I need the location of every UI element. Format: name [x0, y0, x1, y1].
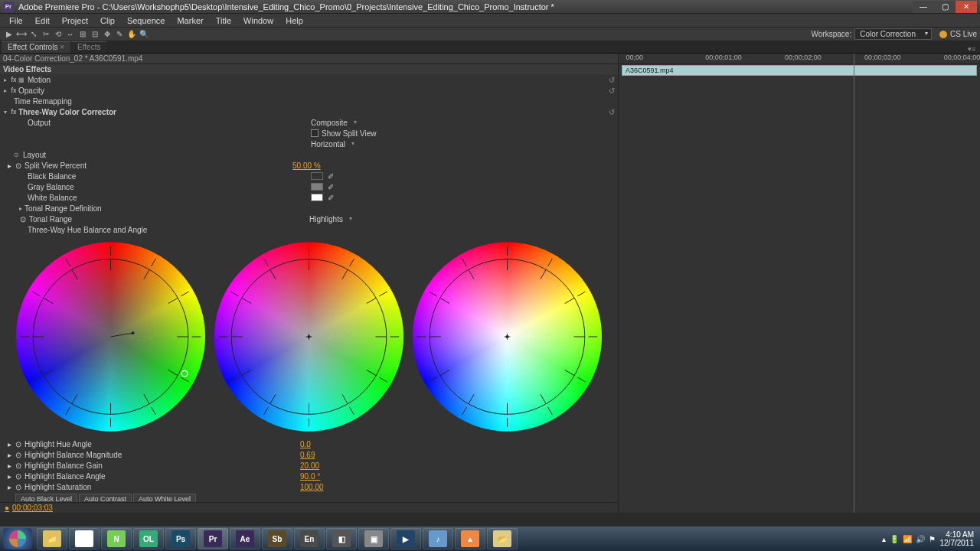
output-label: Output	[28, 119, 311, 127]
effect-twcc[interactable]: ▾fxThree-Way Color Corrector↺	[0, 106, 618, 117]
param-layout[interactable]: ⊙Layout	[0, 149, 618, 160]
menu-window[interactable]: Window	[237, 16, 279, 25]
hb-angle-value[interactable]: 90.0 °	[300, 472, 320, 481]
gray-balance-label: Gray Balance	[28, 183, 311, 191]
auto-white-button[interactable]: Auto White Level	[133, 494, 196, 502]
workspace-select[interactable]: Color Correction	[854, 28, 932, 40]
clip-header: 04-Color Correction_02 * A36C0591.mp4	[0, 54, 618, 64]
taskbar-folder[interactable]: 📂	[487, 528, 518, 549]
tool-8[interactable]: ✥	[101, 29, 113, 40]
tray-icon[interactable]: 📶	[903, 535, 912, 543]
eyedropper-icon[interactable]: ✐	[328, 194, 334, 202]
tonal-range-label: Tonal Range	[29, 215, 309, 223]
hb-angle-label: Highlight Balance Angle	[24, 472, 300, 481]
effect-opacity[interactable]: ▸fxOpacity↺	[0, 85, 618, 96]
tray-icon[interactable]: ⚑	[929, 535, 936, 543]
split-pct-label: Split View Percent	[24, 161, 292, 170]
start-button[interactable]	[3, 528, 32, 549]
hb-gain-value[interactable]: 20.00	[300, 461, 319, 470]
highlights-wheel[interactable]	[412, 238, 603, 435]
white-balance-label: White Balance	[28, 194, 311, 202]
tray-clock[interactable]: 4:10 AM12/7/2011	[940, 530, 978, 547]
tab-effects[interactable]: Effects	[71, 41, 106, 53]
auto-contrast-button[interactable]: Auto Contrast	[79, 494, 132, 502]
taskbar-outlook[interactable]: OL	[133, 528, 164, 549]
shadows-wheel[interactable]	[15, 238, 206, 435]
close-button[interactable]: ✕	[956, 1, 977, 13]
maximize-button[interactable]: ▢	[934, 1, 956, 13]
midtones-wheel[interactable]	[214, 238, 404, 435]
param-tonal-def[interactable]: ▸Tonal Range Definition	[0, 203, 618, 214]
hh-angle-label: Highlight Hue Angle	[24, 440, 300, 448]
hh-angle-value[interactable]: 0.0	[300, 440, 311, 448]
taskbar-vlc[interactable]: ▲	[455, 528, 485, 549]
white-swatch[interactable]	[311, 194, 323, 201]
taskbar-app2[interactable]: ▣	[358, 528, 389, 549]
reset-icon[interactable]: ↺	[609, 76, 615, 84]
eyedropper-icon[interactable]: ✐	[328, 183, 334, 191]
split-mode-select[interactable]: Horizontal	[311, 140, 356, 148]
gray-swatch[interactable]	[311, 183, 323, 191]
tab-effect-controls[interactable]: Effect Controls ×	[2, 41, 70, 53]
hb-mag-value[interactable]: 0.69	[300, 451, 315, 459]
tool-1[interactable]: ⟷	[15, 29, 27, 40]
eyedropper-icon[interactable]: ✐	[328, 172, 334, 181]
param-hue-balance: Three-Way Hue Balance and Angle	[0, 224, 618, 235]
output-select[interactable]: Composite	[311, 119, 358, 127]
taskbar-notepadpp[interactable]: N	[101, 528, 132, 549]
minimize-button[interactable]: —	[913, 1, 934, 13]
auto-black-button[interactable]: Auto Black Level	[15, 494, 77, 502]
tray-icon[interactable]: ▴	[882, 535, 886, 543]
tonal-range-select[interactable]: Highlights	[309, 215, 354, 223]
taskbar-wmp[interactable]: ▶	[390, 528, 421, 549]
menu-sequence[interactable]: Sequence	[121, 16, 172, 25]
taskbar-chrome[interactable]: ●	[69, 528, 100, 549]
menubar: FileEditProjectClipSequenceMarkerTitleWi…	[0, 14, 980, 28]
workspace-label: Workspace:	[812, 30, 852, 38]
black-swatch[interactable]	[311, 172, 323, 180]
menu-clip[interactable]: Clip	[94, 16, 121, 25]
menu-help[interactable]: Help	[279, 16, 309, 25]
taskbar-app1[interactable]: ◧	[326, 528, 357, 549]
panel-menu-icon[interactable]: ▾≡	[968, 45, 978, 53]
menu-title[interactable]: Title	[210, 16, 237, 25]
reset-icon[interactable]: ↺	[609, 108, 615, 116]
video-effects-section: Video Effects	[0, 64, 618, 74]
menu-file[interactable]: File	[3, 16, 29, 25]
reset-icon[interactable]: ↺	[609, 86, 615, 95]
taskbar-photoshop[interactable]: Ps	[165, 528, 196, 549]
menu-project[interactable]: Project	[56, 16, 94, 25]
tool-11[interactable]: 🔍	[138, 29, 149, 40]
app-icon: Pr	[3, 2, 14, 12]
taskbar-itunes[interactable]: ♪	[423, 528, 453, 549]
tool-10[interactable]: ✋	[126, 29, 137, 40]
tray-icon[interactable]: 🔋	[890, 535, 899, 543]
effect-time-remapping[interactable]: Time Remapping	[0, 96, 618, 106]
hb-mag-label: Highlight Balance Magnitude	[24, 451, 300, 459]
taskbar-premiere[interactable]: Pr	[198, 528, 228, 549]
timecode[interactable]: 00;00;03;03	[12, 504, 53, 512]
taskbar-soundbooth[interactable]: Sb	[262, 528, 292, 549]
timeline-clip[interactable]: A36C0591.mp4	[622, 65, 977, 76]
cs-live-button[interactable]: CS Live	[939, 30, 977, 38]
tray-icon[interactable]: 🔊	[916, 535, 925, 543]
tool-3[interactable]: ✂	[40, 29, 51, 40]
tool-2[interactable]: ⤡	[28, 29, 39, 40]
tool-7[interactable]: ⊟	[89, 29, 100, 40]
tool-9[interactable]: ✎	[113, 29, 125, 40]
split-pct-value[interactable]: 50.00 %	[292, 161, 321, 170]
taskbar-explorer[interactable]: 📁	[37, 528, 67, 549]
effect-motion[interactable]: ▸fx▦Motion↺	[0, 74, 618, 85]
playhead[interactable]	[854, 54, 854, 513]
tool-0[interactable]: ▶	[3, 29, 15, 40]
taskbar-aftereffects[interactable]: Ae	[230, 528, 260, 549]
tool-6[interactable]: ⊞	[77, 29, 88, 40]
menu-marker[interactable]: Marker	[171, 16, 209, 25]
h-sat-value[interactable]: 100.00	[300, 483, 324, 491]
menu-edit[interactable]: Edit	[29, 16, 56, 25]
show-split-checkbox[interactable]	[311, 129, 318, 137]
taskbar-encore[interactable]: En	[294, 528, 325, 549]
tool-5[interactable]: ↔	[64, 29, 76, 40]
timeline-ruler[interactable]: 00;0000;00;01;0000;00;02;0000;00;03;0000…	[619, 54, 980, 64]
tool-4[interactable]: ⟲	[52, 29, 64, 40]
